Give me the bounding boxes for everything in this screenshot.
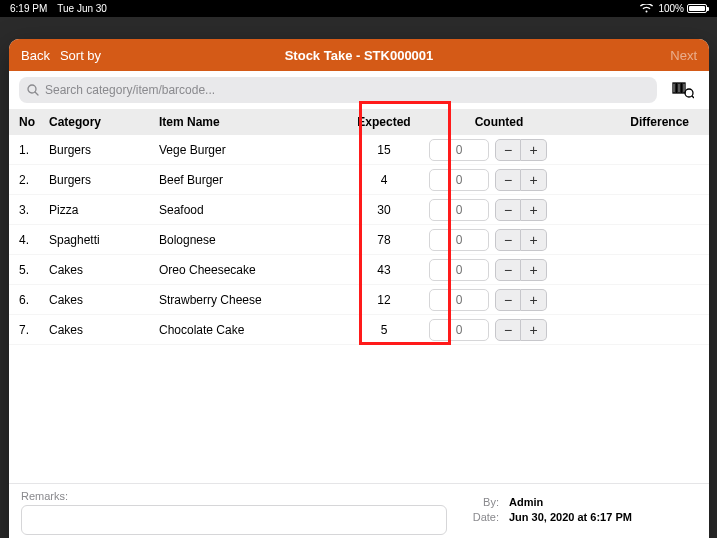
- col-header-expected: Expected: [349, 115, 419, 129]
- barcode-icon: [672, 81, 694, 99]
- cell-item: Vege Burger: [159, 143, 349, 157]
- cell-expected: 15: [349, 143, 419, 157]
- table-row: 5.CakesOreo Cheesecake43−+: [9, 255, 709, 285]
- table-row: 7.CakesChocolate Cake5−+: [9, 315, 709, 345]
- increment-button[interactable]: +: [521, 319, 547, 341]
- cell-category: Cakes: [49, 323, 159, 337]
- cell-expected: 12: [349, 293, 419, 307]
- back-button[interactable]: Back: [21, 48, 50, 63]
- cell-item: Beef Burger: [159, 173, 349, 187]
- cell-item: Oreo Cheesecake: [159, 263, 349, 277]
- table-body: 1.BurgersVege Burger15−+2.BurgersBeef Bu…: [9, 135, 709, 483]
- counted-input[interactable]: [429, 259, 489, 281]
- counted-input[interactable]: [429, 169, 489, 191]
- next-button[interactable]: Next: [670, 48, 697, 63]
- cell-item: Chocolate Cake: [159, 323, 349, 337]
- increment-button[interactable]: +: [521, 229, 547, 251]
- increment-button[interactable]: +: [521, 289, 547, 311]
- svg-point-7: [685, 89, 693, 97]
- date-value: Jun 30, 2020 at 6:17 PM: [509, 511, 632, 523]
- cell-item: Strawberry Cheese: [159, 293, 349, 307]
- table-row: 2.BurgersBeef Burger4−+: [9, 165, 709, 195]
- search-icon: [27, 84, 39, 96]
- counted-input[interactable]: [429, 139, 489, 161]
- cell-no: 3.: [19, 203, 49, 217]
- table-header: No Category Item Name Expected Counted D…: [9, 109, 709, 135]
- cell-item: Seafood: [159, 203, 349, 217]
- increment-button[interactable]: +: [521, 259, 547, 281]
- decrement-button[interactable]: −: [495, 319, 521, 341]
- counted-input[interactable]: [429, 319, 489, 341]
- col-header-no: No: [19, 115, 49, 129]
- wifi-icon: [640, 4, 653, 13]
- decrement-button[interactable]: −: [495, 139, 521, 161]
- cell-no: 4.: [19, 233, 49, 247]
- remarks-label: Remarks:: [21, 490, 447, 502]
- stock-take-modal: Back Sort by Stock Take - STK000001 Next…: [9, 39, 709, 538]
- by-value: Admin: [509, 496, 543, 508]
- cell-expected: 5: [349, 323, 419, 337]
- nav-bar: Back Sort by Stock Take - STK000001 Next: [9, 39, 709, 71]
- table-row: 3.PizzaSeafood30−+: [9, 195, 709, 225]
- table-row: 1.BurgersVege Burger15−+: [9, 135, 709, 165]
- cell-expected: 78: [349, 233, 419, 247]
- cell-no: 2.: [19, 173, 49, 187]
- barcode-scan-button[interactable]: [667, 77, 699, 103]
- counted-input[interactable]: [429, 199, 489, 221]
- status-time: 6:19 PM: [10, 3, 47, 14]
- counted-input[interactable]: [429, 229, 489, 251]
- by-label: By:: [467, 496, 499, 508]
- search-input[interactable]: Search category/item/barcode...: [19, 77, 657, 103]
- increment-button[interactable]: +: [521, 199, 547, 221]
- svg-rect-5: [681, 83, 682, 93]
- cell-expected: 4: [349, 173, 419, 187]
- svg-line-1: [35, 92, 38, 95]
- cell-no: 7.: [19, 323, 49, 337]
- decrement-button[interactable]: −: [495, 169, 521, 191]
- page-title: Stock Take - STK000001: [9, 48, 709, 63]
- search-placeholder: Search category/item/barcode...: [45, 83, 215, 97]
- footer: Remarks: By: Admin Date: Jun 30, 2020 at…: [9, 483, 709, 538]
- date-label: Date:: [467, 511, 499, 523]
- cell-category: Cakes: [49, 263, 159, 277]
- cell-expected: 43: [349, 263, 419, 277]
- col-header-category: Category: [49, 115, 159, 129]
- increment-button[interactable]: +: [521, 169, 547, 191]
- status-bar: 6:19 PM Tue Jun 30 100%: [0, 0, 717, 17]
- decrement-button[interactable]: −: [495, 259, 521, 281]
- cell-category: Spaghetti: [49, 233, 159, 247]
- svg-line-8: [692, 96, 694, 98]
- table-row: 6.CakesStrawberry Cheese12−+: [9, 285, 709, 315]
- sort-by-button[interactable]: Sort by: [60, 48, 101, 63]
- svg-rect-2: [673, 83, 675, 93]
- cell-no: 1.: [19, 143, 49, 157]
- status-date: Tue Jun 30: [57, 3, 107, 14]
- col-header-item-name: Item Name: [159, 115, 349, 129]
- svg-rect-4: [678, 83, 680, 93]
- table-row: 4.SpaghettiBolognese78−+: [9, 225, 709, 255]
- cell-category: Burgers: [49, 143, 159, 157]
- col-header-counted: Counted: [419, 115, 569, 129]
- col-header-difference: Difference: [569, 115, 699, 129]
- battery-percent: 100%: [658, 3, 684, 14]
- cell-item: Bolognese: [159, 233, 349, 247]
- remarks-input[interactable]: [21, 505, 447, 535]
- cell-no: 6.: [19, 293, 49, 307]
- battery-indicator: 100%: [658, 3, 707, 14]
- cell-expected: 30: [349, 203, 419, 217]
- decrement-button[interactable]: −: [495, 289, 521, 311]
- cell-category: Pizza: [49, 203, 159, 217]
- cell-no: 5.: [19, 263, 49, 277]
- decrement-button[interactable]: −: [495, 199, 521, 221]
- decrement-button[interactable]: −: [495, 229, 521, 251]
- cell-category: Burgers: [49, 173, 159, 187]
- increment-button[interactable]: +: [521, 139, 547, 161]
- svg-rect-3: [676, 83, 677, 93]
- counted-input[interactable]: [429, 289, 489, 311]
- cell-category: Cakes: [49, 293, 159, 307]
